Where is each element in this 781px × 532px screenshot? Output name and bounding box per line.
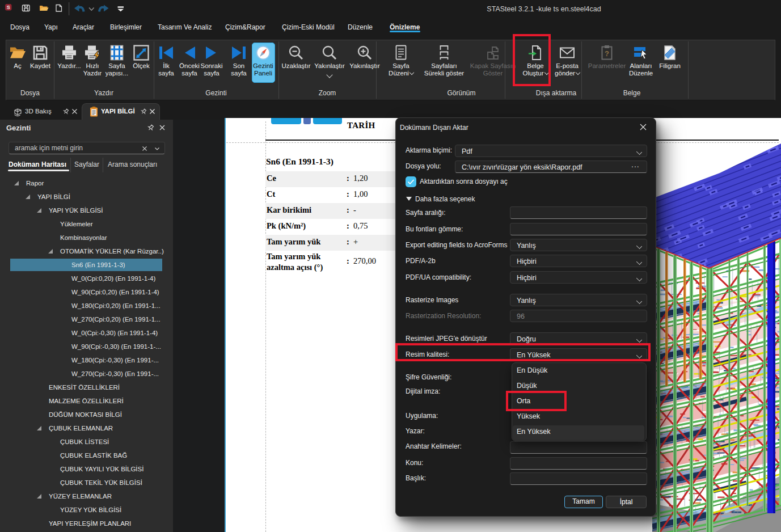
svg-text:?: ? — [605, 49, 609, 58]
svg-text:S: S — [7, 5, 10, 10]
